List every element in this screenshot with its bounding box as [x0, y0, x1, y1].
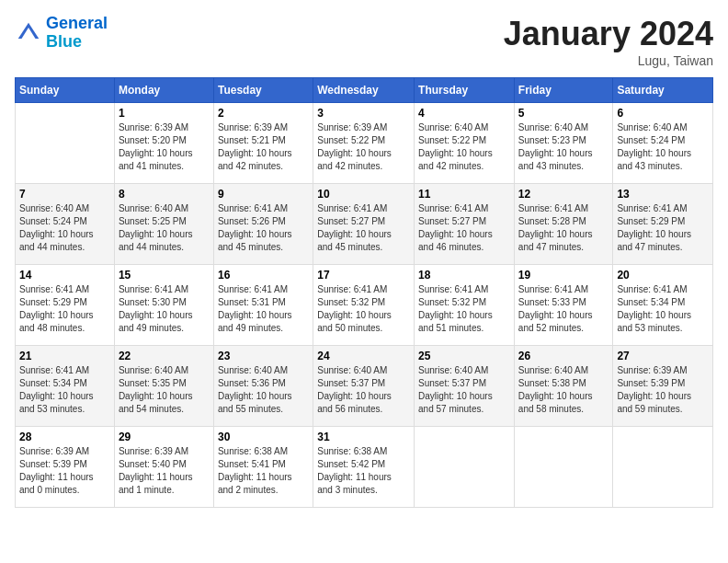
day-number: 6 — [617, 107, 709, 120]
day-number: 16 — [218, 269, 309, 282]
day-info: Sunrise: 6:41 AM Sunset: 5:26 PM Dayligh… — [218, 202, 309, 254]
calendar-cell — [613, 427, 713, 508]
day-number: 17 — [317, 269, 410, 282]
logo: General Blue — [15, 15, 108, 52]
day-number: 21 — [19, 350, 110, 362]
calendar-cell — [415, 427, 515, 508]
calendar-cell: 10Sunrise: 6:41 AM Sunset: 5:27 PM Dayli… — [313, 184, 415, 265]
day-info: Sunrise: 6:41 AM Sunset: 5:34 PM Dayligh… — [19, 364, 110, 416]
calendar-cell: 14Sunrise: 6:41 AM Sunset: 5:29 PM Dayli… — [16, 265, 115, 346]
day-info: Sunrise: 6:41 AM Sunset: 5:30 PM Dayligh… — [119, 283, 210, 335]
calendar-week-5: 28Sunrise: 6:39 AM Sunset: 5:39 PM Dayli… — [16, 427, 713, 508]
calendar-cell: 26Sunrise: 6:40 AM Sunset: 5:38 PM Dayli… — [514, 346, 613, 427]
month-title: January 2024 — [504, 15, 713, 53]
calendar-cell — [16, 103, 115, 184]
calendar-cell: 21Sunrise: 6:41 AM Sunset: 5:34 PM Dayli… — [16, 346, 115, 427]
calendar-cell: 6Sunrise: 6:40 AM Sunset: 5:24 PM Daylig… — [613, 103, 713, 184]
day-number: 27 — [617, 350, 709, 362]
day-info: Sunrise: 6:38 AM Sunset: 5:41 PM Dayligh… — [218, 445, 309, 497]
day-number: 4 — [418, 107, 510, 120]
calendar-cell: 7Sunrise: 6:40 AM Sunset: 5:24 PM Daylig… — [16, 184, 115, 265]
day-number: 12 — [518, 188, 609, 201]
day-info: Sunrise: 6:40 AM Sunset: 5:38 PM Dayligh… — [518, 364, 609, 416]
day-number: 18 — [418, 269, 510, 282]
calendar-cell: 12Sunrise: 6:41 AM Sunset: 5:28 PM Dayli… — [514, 184, 613, 265]
column-header-tuesday: Tuesday — [213, 78, 313, 103]
calendar-cell: 5Sunrise: 6:40 AM Sunset: 5:23 PM Daylig… — [514, 103, 613, 184]
day-info: Sunrise: 6:39 AM Sunset: 5:20 PM Dayligh… — [119, 121, 210, 173]
calendar-cell: 11Sunrise: 6:41 AM Sunset: 5:27 PM Dayli… — [415, 184, 515, 265]
calendar-cell — [514, 427, 613, 508]
day-number: 13 — [617, 188, 709, 201]
day-number: 8 — [119, 188, 210, 201]
column-header-saturday: Saturday — [613, 78, 713, 103]
calendar-cell: 17Sunrise: 6:41 AM Sunset: 5:32 PM Dayli… — [313, 265, 415, 346]
day-info: Sunrise: 6:41 AM Sunset: 5:27 PM Dayligh… — [317, 202, 410, 254]
calendar-cell: 19Sunrise: 6:41 AM Sunset: 5:33 PM Dayli… — [514, 265, 613, 346]
day-info: Sunrise: 6:41 AM Sunset: 5:34 PM Dayligh… — [617, 283, 709, 335]
calendar-week-2: 7Sunrise: 6:40 AM Sunset: 5:24 PM Daylig… — [16, 184, 713, 265]
calendar-table: SundayMondayTuesdayWednesdayThursdayFrid… — [15, 77, 713, 508]
calendar-cell: 29Sunrise: 6:39 AM Sunset: 5:40 PM Dayli… — [114, 427, 213, 508]
day-info: Sunrise: 6:39 AM Sunset: 5:22 PM Dayligh… — [317, 121, 410, 173]
calendar-cell: 18Sunrise: 6:41 AM Sunset: 5:32 PM Dayli… — [415, 265, 515, 346]
calendar-cell: 1Sunrise: 6:39 AM Sunset: 5:20 PM Daylig… — [114, 103, 213, 184]
day-number: 11 — [418, 188, 510, 201]
day-number: 30 — [218, 431, 309, 443]
day-info: Sunrise: 6:40 AM Sunset: 5:24 PM Dayligh… — [617, 121, 709, 173]
day-number: 23 — [218, 350, 309, 362]
column-header-monday: Monday — [114, 78, 213, 103]
calendar-cell: 8Sunrise: 6:40 AM Sunset: 5:25 PM Daylig… — [114, 184, 213, 265]
calendar-week-3: 14Sunrise: 6:41 AM Sunset: 5:29 PM Dayli… — [16, 265, 713, 346]
day-info: Sunrise: 6:38 AM Sunset: 5:42 PM Dayligh… — [317, 445, 410, 497]
day-number: 29 — [119, 431, 210, 443]
day-info: Sunrise: 6:41 AM Sunset: 5:29 PM Dayligh… — [617, 202, 709, 254]
column-header-wednesday: Wednesday — [313, 78, 415, 103]
column-header-friday: Friday — [514, 78, 613, 103]
calendar-cell: 2Sunrise: 6:39 AM Sunset: 5:21 PM Daylig… — [213, 103, 313, 184]
day-info: Sunrise: 6:39 AM Sunset: 5:39 PM Dayligh… — [19, 445, 110, 497]
location: Lugu, Taiwan — [504, 53, 713, 68]
calendar-week-4: 21Sunrise: 6:41 AM Sunset: 5:34 PM Dayli… — [16, 346, 713, 427]
day-info: Sunrise: 6:40 AM Sunset: 5:37 PM Dayligh… — [317, 364, 410, 416]
day-number: 25 — [418, 350, 510, 362]
calendar-cell: 28Sunrise: 6:39 AM Sunset: 5:39 PM Dayli… — [16, 427, 115, 508]
day-info: Sunrise: 6:39 AM Sunset: 5:21 PM Dayligh… — [218, 121, 309, 173]
column-header-thursday: Thursday — [415, 78, 515, 103]
calendar-header-row: SundayMondayTuesdayWednesdayThursdayFrid… — [16, 78, 713, 103]
calendar-cell: 27Sunrise: 6:39 AM Sunset: 5:39 PM Dayli… — [613, 346, 713, 427]
calendar-cell: 25Sunrise: 6:40 AM Sunset: 5:37 PM Dayli… — [415, 346, 515, 427]
day-number: 2 — [218, 107, 309, 120]
day-info: Sunrise: 6:40 AM Sunset: 5:23 PM Dayligh… — [518, 121, 609, 173]
day-info: Sunrise: 6:41 AM Sunset: 5:33 PM Dayligh… — [518, 283, 609, 335]
calendar-cell: 15Sunrise: 6:41 AM Sunset: 5:30 PM Dayli… — [114, 265, 213, 346]
day-info: Sunrise: 6:40 AM Sunset: 5:37 PM Dayligh… — [418, 364, 510, 416]
day-info: Sunrise: 6:41 AM Sunset: 5:31 PM Dayligh… — [218, 283, 309, 335]
day-number: 24 — [317, 350, 410, 362]
day-number: 5 — [518, 107, 609, 120]
calendar-cell: 9Sunrise: 6:41 AM Sunset: 5:26 PM Daylig… — [213, 184, 313, 265]
calendar-cell: 23Sunrise: 6:40 AM Sunset: 5:36 PM Dayli… — [213, 346, 313, 427]
day-info: Sunrise: 6:40 AM Sunset: 5:22 PM Dayligh… — [418, 121, 510, 173]
day-info: Sunrise: 6:41 AM Sunset: 5:32 PM Dayligh… — [317, 283, 410, 335]
day-info: Sunrise: 6:39 AM Sunset: 5:39 PM Dayligh… — [617, 364, 709, 416]
day-number: 15 — [119, 269, 210, 282]
day-number: 19 — [518, 269, 609, 282]
calendar-cell: 31Sunrise: 6:38 AM Sunset: 5:42 PM Dayli… — [313, 427, 415, 508]
calendar-cell: 4Sunrise: 6:40 AM Sunset: 5:22 PM Daylig… — [415, 103, 515, 184]
logo-icon — [15, 19, 42, 47]
logo-text: General Blue — [46, 15, 108, 52]
calendar-cell: 24Sunrise: 6:40 AM Sunset: 5:37 PM Dayli… — [313, 346, 415, 427]
calendar-cell: 20Sunrise: 6:41 AM Sunset: 5:34 PM Dayli… — [613, 265, 713, 346]
day-number: 9 — [218, 188, 309, 201]
day-number: 31 — [317, 431, 410, 443]
title-block: January 2024 Lugu, Taiwan — [504, 15, 713, 68]
column-header-sunday: Sunday — [16, 78, 115, 103]
day-info: Sunrise: 6:39 AM Sunset: 5:40 PM Dayligh… — [119, 445, 210, 497]
day-number: 20 — [617, 269, 709, 282]
day-number: 7 — [19, 188, 110, 201]
day-info: Sunrise: 6:40 AM Sunset: 5:36 PM Dayligh… — [218, 364, 309, 416]
page-header: General Blue January 2024 Lugu, Taiwan — [15, 15, 713, 68]
day-info: Sunrise: 6:40 AM Sunset: 5:24 PM Dayligh… — [19, 202, 110, 254]
day-info: Sunrise: 6:41 AM Sunset: 5:28 PM Dayligh… — [518, 202, 609, 254]
